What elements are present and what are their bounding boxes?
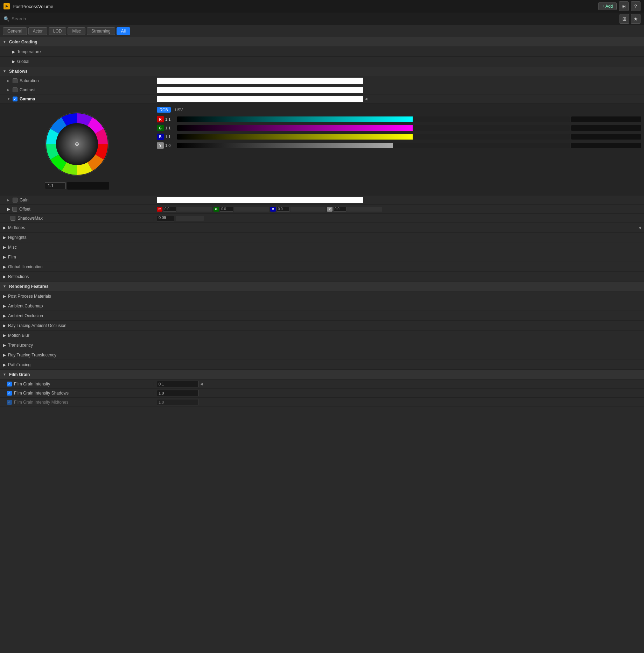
offset-y-slider[interactable]: [347, 207, 382, 212]
section-misc[interactable]: ▶ Misc: [0, 242, 644, 252]
section-reflections[interactable]: ▶ Reflections: [0, 272, 644, 282]
sat-arrow[interactable]: ▶: [7, 79, 10, 83]
contrast-checkbox[interactable]: [13, 87, 18, 92]
offset-arrow[interactable]: ▶: [7, 207, 10, 212]
fgi-input[interactable]: 0.1: [157, 381, 199, 387]
section-film-grain[interactable]: ▼ Film Grain: [0, 370, 644, 379]
fgim-checkbox[interactable]: [7, 400, 12, 405]
gain-checkbox[interactable]: [13, 198, 18, 203]
section-color-grading[interactable]: ▼ Color Grading: [0, 37, 644, 47]
section-translucency[interactable]: ▶ Translucency: [0, 340, 644, 350]
section-rendering-features[interactable]: ▼ Rendering Features: [0, 282, 644, 291]
gamma-arrow[interactable]: ▼: [7, 97, 10, 101]
tab-misc[interactable]: Misc: [68, 27, 85, 35]
saturation-bar[interactable]: [157, 78, 363, 84]
help-button[interactable]: ?: [631, 1, 640, 11]
midtones-scroll: ◀: [638, 226, 641, 229]
pt-label: PathTracing: [8, 362, 30, 367]
offset-b-val[interactable]: 0.0: [276, 207, 290, 212]
channel-g-label: G: [157, 125, 164, 131]
section-ray-tracing-ao[interactable]: ▶ Ray Tracing Ambient Occlusion: [0, 321, 644, 331]
contrast-bar[interactable]: [157, 87, 363, 93]
fgis-label-cell: Film Grain Intensity Shadows: [0, 391, 154, 396]
search-right-icons: ⊞ ★: [620, 14, 640, 24]
color-wheel-left: 1.1: [0, 104, 154, 195]
offset-label-cell: ▶ Offset: [0, 207, 154, 212]
fgim-input[interactable]: 1.0: [157, 399, 199, 405]
section-global[interactable]: ▶ Global: [0, 57, 644, 66]
section-path-tracing[interactable]: ▶ PathTracing: [0, 360, 644, 370]
r-dark-portion: [571, 116, 641, 122]
gamma-checkbox[interactable]: [13, 97, 18, 101]
b-slider-track[interactable]: [177, 134, 570, 140]
section-ambient-occlusion[interactable]: ▶ Ambient Occlusion: [0, 311, 644, 321]
g-slider-track[interactable]: [177, 125, 570, 131]
saturation-checkbox[interactable]: [13, 78, 18, 83]
gain-arrow[interactable]: ▶: [7, 198, 10, 202]
fgis-checkbox[interactable]: [7, 391, 12, 396]
shadowsmax-input[interactable]: 0.09: [157, 215, 174, 221]
fgis-name: Film Grain Intensity Shadows: [14, 391, 69, 396]
section-motion-blur[interactable]: ▶ Motion Blur: [0, 331, 644, 340]
section-global-illumination[interactable]: ▶ Global Illumination: [0, 262, 644, 272]
tab-streaming[interactable]: Streaming: [87, 27, 115, 35]
section-highlights[interactable]: ▶ Highlights: [0, 233, 644, 242]
fgis-input[interactable]: 1.0: [157, 390, 199, 396]
film-label: Film: [8, 255, 16, 260]
gamma-bar[interactable]: [157, 96, 363, 102]
tab-all[interactable]: All: [117, 27, 130, 35]
offset-b-slider[interactable]: [290, 207, 326, 212]
fgi-checkbox[interactable]: [7, 382, 12, 386]
r-slider-track[interactable]: [177, 116, 570, 122]
offset-y-channel: Y 0.0: [327, 207, 382, 212]
prop-gamma-header: ▼ Gamma ◀: [0, 94, 644, 104]
section-temperature[interactable]: ▶ Temperature: [0, 47, 644, 57]
tab-general[interactable]: General: [3, 27, 27, 35]
gain-bar[interactable]: [157, 197, 363, 203]
prop-offset: ▶ Offset R 0.0 G 0.0 B 0.0 Y 0.0: [0, 205, 644, 214]
offset-y-val[interactable]: 0.0: [333, 207, 346, 212]
fgi-value-cell: 0.1 ◀: [154, 381, 207, 387]
offset-g-val[interactable]: 0.0: [220, 207, 233, 212]
section-midtones[interactable]: ▶ Midtones ◀: [0, 223, 644, 233]
r-value: 1.1: [165, 117, 175, 121]
offset-g-label: G: [214, 207, 219, 212]
section-film[interactable]: ▶ Film: [0, 252, 644, 262]
search-input[interactable]: [12, 16, 617, 21]
add-button[interactable]: + Add: [598, 2, 617, 10]
section-ppm[interactable]: ▶ Post Process Materials: [0, 291, 644, 301]
gi-label: Global Illumination: [8, 264, 43, 269]
section-arrow: ▼: [3, 40, 7, 44]
temp-label: Temperature: [17, 49, 41, 54]
tab-actor[interactable]: Actor: [28, 27, 47, 35]
offset-checkbox[interactable]: [12, 207, 17, 212]
star-icon[interactable]: ★: [631, 14, 640, 24]
layout-icon[interactable]: ⊞: [620, 14, 629, 24]
shadowsmax-checkbox[interactable]: [10, 216, 15, 221]
tab-hsv[interactable]: HSV: [172, 107, 186, 113]
grid-button[interactable]: ⊞: [619, 1, 629, 11]
ac-label: Ambient Cubemap: [8, 304, 43, 308]
section-ray-tracing-translucency[interactable]: ▶ Ray Tracing Translucency: [0, 350, 644, 360]
shadowsmax-slider[interactable]: [176, 216, 204, 221]
tab-lod[interactable]: LOD: [49, 27, 66, 35]
offset-g-slider[interactable]: [234, 207, 269, 212]
highlights-label: Highlights: [8, 235, 27, 240]
section-ambient-cubemap[interactable]: ▶ Ambient Cubemap: [0, 301, 644, 311]
prop-contrast: ▶ Contrast: [0, 85, 644, 94]
gi-arrow: ▶: [3, 264, 6, 269]
midtones-arrow: ▶: [3, 225, 6, 230]
gamma-scroll-arrow: ◀: [363, 97, 369, 101]
tab-rgb[interactable]: RGB: [157, 107, 171, 113]
color-wheel-canvas[interactable]: [42, 109, 112, 179]
offset-r-slider[interactable]: [177, 207, 212, 212]
y-slider-track[interactable]: [177, 143, 570, 148]
ao-label: Ambient Occlusion: [8, 313, 43, 318]
prop-shadows-max: ShadowsMax 0.09: [0, 214, 644, 223]
prop-film-grain-intensity-midtones: Film Grain Intensity Midtones 1.0: [0, 398, 644, 407]
offset-r-val[interactable]: 0.0: [163, 207, 176, 212]
con-arrow[interactable]: ▶: [7, 88, 10, 92]
g-dark-portion: [571, 125, 641, 131]
wheel-value-input[interactable]: 1.1: [45, 182, 66, 189]
section-shadows[interactable]: ▼ Shadows: [0, 66, 644, 76]
